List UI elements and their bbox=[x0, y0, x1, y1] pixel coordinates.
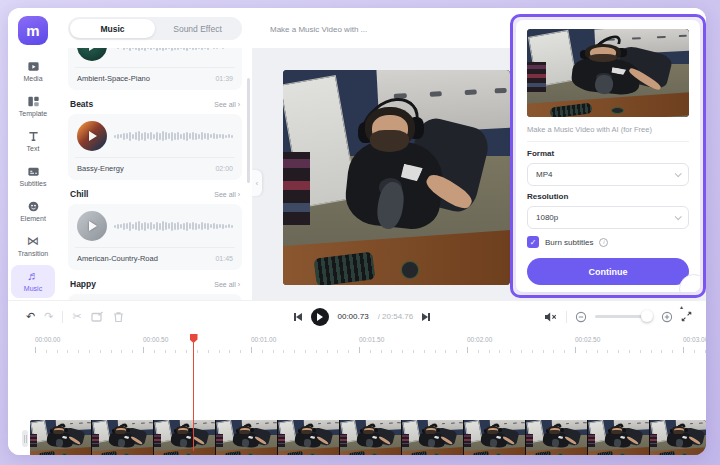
current-time: 00:00.73 bbox=[338, 312, 369, 321]
video-preview[interactable] bbox=[283, 70, 510, 285]
see-all-link[interactable]: See all › bbox=[214, 191, 240, 198]
zoom-in-button[interactable] bbox=[661, 311, 673, 323]
play-icon bbox=[89, 48, 97, 51]
scene-shelf bbox=[527, 62, 546, 92]
see-all-link[interactable]: See all › bbox=[214, 281, 240, 288]
panel-scrollbar[interactable] bbox=[247, 78, 250, 183]
tab-sound-effect[interactable]: Sound Effect bbox=[155, 19, 240, 38]
undo-button[interactable]: ↶ bbox=[26, 311, 35, 322]
video-frame-scene bbox=[527, 29, 689, 117]
scene-person-beard bbox=[549, 430, 559, 434]
sidebar-item-template[interactable]: Template bbox=[11, 90, 55, 123]
scene-shelf bbox=[30, 434, 37, 447]
playhead-line bbox=[193, 336, 194, 451]
scene-mouse bbox=[496, 453, 501, 455]
sidebar-item-subtitles[interactable]: Subtitles bbox=[11, 160, 55, 193]
export-caption: Make a Music Video with AI (for Free) bbox=[527, 125, 689, 134]
scene-mouse bbox=[558, 453, 563, 455]
scene-mouse bbox=[372, 453, 377, 455]
sidebar-item-media[interactable]: Media bbox=[11, 55, 55, 88]
track-thumbnail[interactable] bbox=[77, 121, 107, 151]
track-card-ambient[interactable]: Ambient-Space-Piano 01:39 bbox=[68, 48, 242, 90]
resolution-select[interactable]: 1080p bbox=[527, 206, 689, 229]
sidebar-item-element[interactable]: Element bbox=[11, 195, 55, 228]
text-icon bbox=[27, 130, 40, 143]
mute-icon[interactable] bbox=[544, 311, 558, 323]
video-frame-scene bbox=[154, 420, 215, 455]
tab-music[interactable]: Music bbox=[70, 19, 155, 38]
scene-person-beard bbox=[115, 430, 125, 434]
format-label: Format bbox=[527, 149, 689, 158]
track-duration: 01:45 bbox=[215, 255, 233, 262]
music-track-list: Ambient-Space-Piano 01:39 Beats See all … bbox=[58, 48, 252, 300]
sidebar-item-transition[interactable]: ⋈ Transition bbox=[11, 230, 55, 263]
app-window: m ˜ Media Template Text Subtitles Elemen… bbox=[8, 8, 706, 455]
zoom-slider-knob[interactable] bbox=[641, 310, 653, 322]
track-thumbnail[interactable] bbox=[77, 48, 107, 61]
delete-button[interactable] bbox=[113, 311, 124, 323]
template-icon bbox=[27, 95, 40, 108]
crop-button[interactable] bbox=[91, 311, 104, 323]
scene-shelf bbox=[278, 434, 285, 447]
track-card-bassy[interactable]: Bassy-Energy 02:00 bbox=[68, 114, 242, 180]
track-title: American-Country-Road bbox=[77, 254, 158, 263]
cut-button[interactable]: ✂ bbox=[72, 311, 81, 322]
zoom-out-button[interactable] bbox=[575, 311, 587, 323]
scene-shelf bbox=[340, 434, 347, 447]
clip-drag-handle[interactable] bbox=[22, 430, 28, 447]
sidebar-item-music[interactable]: ♬ Music bbox=[11, 265, 55, 298]
play-icon bbox=[317, 313, 323, 321]
track-card-american[interactable]: American-Country-Road 01:45 bbox=[68, 204, 242, 270]
scene-person-beard bbox=[301, 430, 311, 434]
film-frame bbox=[154, 420, 216, 455]
scene-person-beard bbox=[363, 430, 373, 434]
chevron-down-icon bbox=[675, 213, 682, 220]
redo-button[interactable]: ↷ bbox=[44, 311, 53, 322]
film-frame bbox=[588, 420, 650, 455]
total-time: / 20:54.76 bbox=[378, 312, 414, 321]
collapse-panel-handle[interactable]: ‹ bbox=[252, 170, 262, 196]
scene-mouse bbox=[434, 453, 439, 455]
resolution-label: Resolution bbox=[527, 192, 689, 201]
waveform bbox=[114, 128, 233, 144]
scene-shelf bbox=[588, 434, 595, 447]
format-select[interactable]: MP4 bbox=[527, 163, 689, 186]
video-frame-scene bbox=[278, 420, 339, 455]
ruler-labels: 00:00.00 00:00.50 00:01.00 00:01.50 00:0… bbox=[8, 336, 706, 346]
sidebar-item-text[interactable]: Text bbox=[11, 125, 55, 158]
track-thumbnail[interactable] bbox=[77, 211, 107, 241]
app-logo[interactable]: m ˜ bbox=[18, 16, 48, 45]
video-frame-scene bbox=[650, 420, 706, 455]
scene-shelf bbox=[464, 434, 471, 447]
video-clip-filmstrip[interactable] bbox=[30, 420, 706, 455]
film-frame bbox=[526, 420, 588, 455]
video-frame-scene bbox=[526, 420, 587, 455]
burn-subtitles-checkbox[interactable]: ✓ bbox=[527, 236, 539, 248]
track-title: Ambient-Space-Piano bbox=[77, 74, 150, 83]
film-frame bbox=[464, 420, 526, 455]
scene-person-beard bbox=[487, 430, 497, 434]
timeline[interactable]: 00:00.00 00:00.50 00:01.00 00:01.50 00:0… bbox=[8, 332, 706, 455]
media-icon bbox=[27, 60, 40, 73]
track-title: Bassy-Energy bbox=[77, 164, 124, 173]
see-all-link[interactable]: See all › bbox=[214, 101, 240, 108]
timeline-zoom-slider[interactable] bbox=[595, 315, 653, 318]
continue-button[interactable]: Continue bbox=[527, 258, 689, 285]
video-frame-scene bbox=[216, 420, 277, 455]
ruler-ticks[interactable] bbox=[30, 346, 706, 354]
film-frame bbox=[216, 420, 278, 455]
scene-person-beard bbox=[425, 430, 435, 434]
next-frame-button[interactable] bbox=[422, 313, 430, 321]
film-frame bbox=[340, 420, 402, 455]
sidebar: m ˜ Media Template Text Subtitles Elemen… bbox=[8, 8, 58, 300]
fit-screen-icon[interactable] bbox=[681, 311, 692, 322]
previous-frame-button[interactable] bbox=[294, 313, 302, 321]
film-frame bbox=[278, 420, 340, 455]
scene-mouse bbox=[124, 453, 129, 455]
info-icon[interactable]: i bbox=[599, 238, 608, 247]
film-frame bbox=[92, 420, 154, 455]
export-settings-panel-highlight: Make a Music Video with AI (for Free) Fo… bbox=[510, 14, 706, 298]
scene-shelf bbox=[402, 434, 409, 447]
play-icon bbox=[89, 131, 97, 141]
play-button[interactable] bbox=[311, 308, 329, 326]
